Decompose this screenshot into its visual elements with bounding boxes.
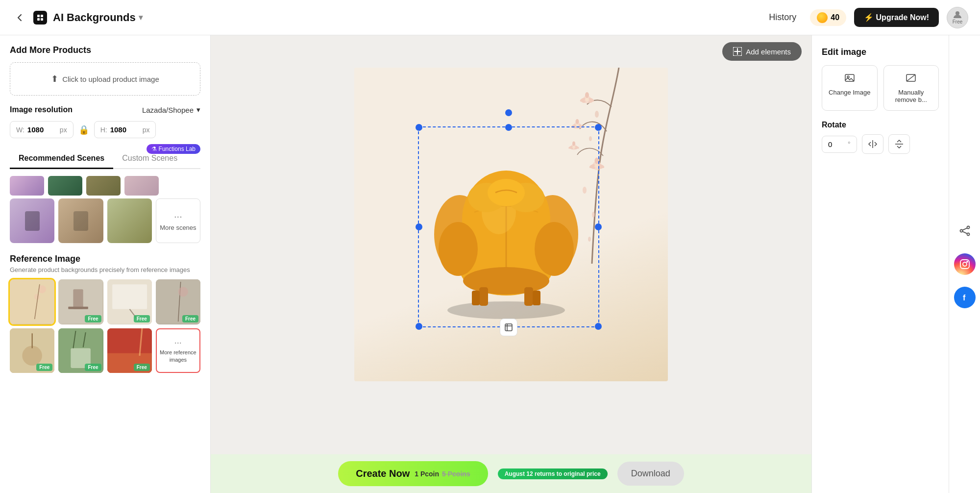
ref-thumb-2[interactable]: Free — [58, 279, 103, 324]
svg-rect-74 — [524, 287, 533, 306]
rotate-unit: ° — [848, 140, 851, 148]
scene-strip-item[interactable] — [10, 176, 44, 196]
upload-label: Click to upload product image — [62, 75, 159, 83]
edit-actions: Change Image Manually remove b... — [822, 65, 939, 111]
scene-thumb-1[interactable] — [10, 198, 54, 243]
svg-rect-29 — [737, 48, 738, 55]
ref-thumb-5[interactable]: Free — [10, 328, 54, 373]
svg-rect-76 — [533, 291, 540, 305]
width-label: W: — [16, 126, 24, 134]
svg-point-89 — [967, 233, 969, 236]
change-image-label: Change Image — [829, 89, 870, 96]
chair-image — [423, 136, 589, 322]
coins-count: 40 — [831, 13, 839, 22]
svg-point-70 — [439, 222, 478, 276]
svg-rect-3 — [41, 18, 43, 21]
ref-thumb-1[interactable] — [10, 279, 54, 324]
more-scenes-button[interactable]: ··· More scenes — [156, 198, 200, 243]
facebook-button[interactable]: f — [954, 287, 976, 308]
add-elements-button[interactable]: Add elements — [722, 42, 802, 61]
svg-rect-1 — [41, 15, 43, 17]
canvas-wrapper[interactable] — [354, 68, 668, 381]
svg-rect-13 — [112, 284, 147, 309]
svg-point-4 — [956, 11, 959, 15]
change-image-button[interactable]: Change Image — [822, 65, 878, 111]
upload-button[interactable]: ⬆ Click to upload product image — [10, 62, 200, 96]
resolution-preset-value: Lazada/Shopee — [142, 106, 194, 114]
svg-rect-10 — [74, 290, 83, 310]
download-button[interactable]: Download — [617, 462, 684, 486]
flip-vertical-button[interactable] — [888, 134, 910, 154]
main-layout: Add More Products ⬆ Click to upload prod… — [0, 35, 980, 493]
rotate-input[interactable] — [828, 140, 848, 148]
change-image-icon — [844, 73, 855, 86]
scene-strip-item[interactable] — [86, 176, 121, 196]
remove-bg-button[interactable]: Manually remove b... — [883, 65, 939, 111]
scene-thumb-2[interactable] — [58, 198, 103, 243]
pcoin-current: 1 Pcoin — [415, 470, 439, 478]
scene-strip-item[interactable] — [124, 176, 159, 196]
svg-point-72 — [463, 267, 549, 295]
flip-horizontal-button[interactable] — [862, 134, 883, 154]
svg-point-19 — [22, 345, 42, 366]
more-scenes-dots: ··· — [174, 211, 182, 222]
svg-rect-11 — [69, 307, 89, 309]
create-now-label: Create Now — [356, 468, 410, 479]
svg-text:f: f — [963, 294, 966, 302]
height-unit: px — [143, 126, 150, 134]
social-panel: f — [949, 35, 980, 493]
svg-rect-5 — [10, 279, 54, 324]
tabs-section: ⚗ Functions Lab Recommended Scenes Custo… — [10, 149, 200, 169]
upload-icon: ⬆ — [51, 74, 58, 84]
add-products-title: Add More Products — [10, 45, 200, 55]
more-ref-button[interactable]: ··· More reference images — [156, 328, 200, 373]
free-badge: Free — [85, 364, 101, 371]
functions-lab-label: Functions Lab — [159, 146, 196, 152]
width-input-group: W: px — [10, 121, 74, 138]
ref-thumb-4[interactable]: Free — [156, 279, 200, 324]
remove-bg-icon — [906, 73, 916, 86]
resolution-row: Image resolution Lazada/Shopee ▾ — [10, 105, 200, 114]
avatar[interactable]: Free — [947, 7, 968, 28]
scene-strip-item[interactable] — [48, 176, 82, 196]
scene-thumb-3[interactable] — [107, 198, 152, 243]
resolution-label: Image resolution — [10, 105, 73, 114]
free-badge: Free — [182, 315, 198, 322]
history-button[interactable]: History — [763, 9, 802, 25]
svg-rect-2 — [37, 18, 40, 21]
app-logo-icon — [33, 11, 47, 25]
height-input[interactable] — [110, 125, 140, 134]
user-label: Free — [953, 19, 963, 25]
topnav: AI Backgrounds ▾ History 40 ⚡ Upgrade No… — [0, 0, 980, 35]
back-button[interactable] — [12, 10, 27, 25]
lock-icon: 🔒 — [78, 124, 89, 135]
resolution-preset-select[interactable]: Lazada/Shopee ▾ — [142, 105, 200, 114]
height-label: H: — [100, 126, 107, 134]
width-input[interactable] — [27, 125, 57, 134]
svg-line-92 — [962, 231, 967, 233]
ref-thumb-7[interactable]: Free — [107, 328, 152, 373]
edit-section: Edit image Change Image Manually remove … — [822, 47, 939, 111]
free-badge: Free — [36, 364, 52, 371]
ref-thumb-6[interactable]: Free — [58, 328, 103, 373]
pcoin-original: 5 Pcoins — [442, 470, 470, 478]
svg-rect-0 — [37, 15, 40, 17]
share-button[interactable] — [954, 220, 976, 242]
add-elements-label: Add elements — [746, 48, 791, 56]
create-now-button[interactable]: Create Now 1 Pcoin 5 Pcoins — [338, 461, 488, 486]
instagram-button[interactable] — [954, 253, 976, 275]
width-unit: px — [60, 126, 67, 134]
ref-image-title: Reference Image — [10, 254, 200, 264]
functions-lab-badge: ⚗ Functions Lab — [147, 144, 200, 154]
more-scenes-label: More scenes — [160, 224, 196, 231]
svg-point-17 — [178, 287, 188, 296]
left-panel: Add More Products ⬆ Click to upload prod… — [0, 35, 211, 493]
svg-rect-75 — [472, 291, 480, 305]
coins-badge: 40 — [810, 9, 846, 26]
tab-recommended[interactable]: Recommended Scenes — [10, 149, 113, 169]
canvas-area: Add elements — [211, 35, 811, 493]
app-title[interactable]: AI Backgrounds ▾ — [53, 11, 143, 24]
ref-thumb-3[interactable]: Free — [107, 279, 152, 324]
upgrade-button[interactable]: ⚡ Upgrade Now! — [854, 8, 939, 27]
free-badge: Free — [85, 315, 101, 322]
